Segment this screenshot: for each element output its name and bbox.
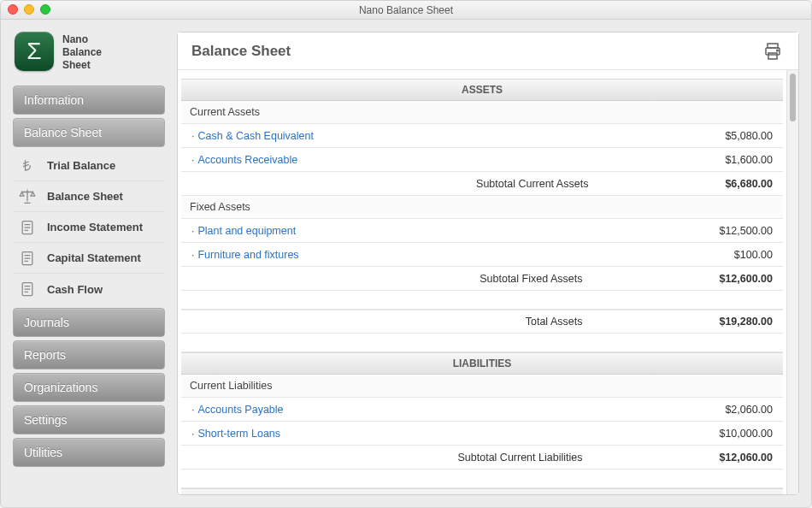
subtotal-row: Subtotal Current Liabilities $12,060.00: [181, 446, 783, 470]
app-brand: Σ Nano Balance Sheet: [13, 32, 165, 72]
subtotal-amount: $6,680.00: [725, 178, 773, 190]
nav-label: Journals: [24, 316, 69, 329]
page-title: Balance Sheet: [191, 43, 291, 60]
sidebar-item-income-statement[interactable]: Income Statement: [13, 212, 165, 243]
nav-label: Reports: [24, 348, 66, 362]
window-title: Nano Balance Sheet: [359, 4, 453, 16]
scale-icon: [16, 186, 38, 208]
line-item: · Plant and equipment $12,500.00: [181, 219, 783, 243]
amount: $10,000.00: [719, 428, 773, 440]
nav-information[interactable]: Information: [13, 86, 165, 115]
section-title: LIABILITIES: [453, 357, 512, 369]
nav-label: Balance Sheet: [24, 126, 102, 139]
section-title: CAPITAL (EQUITY): [437, 493, 528, 494]
nav-label: Organizations: [24, 381, 97, 394]
total-row: Total Assets $19,280.00: [181, 310, 783, 334]
amount: $5,080.00: [725, 130, 773, 142]
sidebar-item-trial-balance[interactable]: Trial Balance: [13, 151, 165, 181]
currency-tl-icon: [16, 155, 38, 177]
group-fixed-assets: Fixed Assets: [181, 196, 783, 219]
window-maximize-button[interactable]: [40, 4, 50, 15]
amount: $100.00: [734, 249, 773, 261]
sidebar-item-label: Balance Sheet: [47, 190, 123, 203]
amount: $1,600.00: [725, 154, 773, 166]
section-header-assets: ASSETS: [181, 79, 783, 101]
account-link[interactable]: Plant and equipment: [197, 225, 296, 237]
sidebar-item-cash-flow[interactable]: Cash Flow: [13, 274, 165, 304]
account-link[interactable]: Furniture and fixtures: [197, 249, 298, 261]
nav-journals[interactable]: Journals: [13, 308, 165, 337]
window-close-button[interactable]: [8, 4, 18, 15]
nav-label: Information: [24, 93, 84, 107]
amount: $2,060.00: [725, 404, 773, 416]
account-link[interactable]: Cash & Cash Equivalent: [197, 130, 314, 142]
line-item: · Short-term Loans $10,000.00: [181, 422, 783, 446]
subtotal-label: Subtotal Current Liabilities: [458, 452, 583, 464]
nav-utilities[interactable]: Utilities: [13, 438, 165, 467]
scrollbar-thumb[interactable]: [790, 74, 796, 121]
amount: $12,500.00: [719, 225, 773, 237]
nav-settings[interactable]: Settings: [13, 405, 165, 434]
main-panel: Balance Sheet ASSETS Current Assets: [177, 32, 799, 495]
print-button[interactable]: [761, 39, 785, 63]
subtotal-label: Subtotal Current Assets: [476, 178, 588, 190]
sidebar-item-label: Income Statement: [47, 221, 143, 233]
sidebar-item-label: Capital Statement: [47, 251, 141, 264]
printer-icon: [762, 41, 783, 62]
document-icon: [16, 278, 38, 300]
line-item: · Cash & Cash Equivalent $5,080.00: [181, 124, 783, 148]
subtotal-amount: $12,060.00: [719, 452, 773, 464]
spacer: [181, 470, 783, 488]
sidebar: Σ Nano Balance Sheet Information Balance…: [13, 32, 165, 495]
document-icon: [16, 216, 38, 239]
spacer: [181, 291, 783, 310]
window-minimize-button[interactable]: [24, 4, 34, 15]
total-label: Total Assets: [526, 316, 583, 328]
subtotal-row: Subtotal Fixed Assets $12,600.00: [181, 267, 783, 291]
total-amount: $19,280.00: [719, 316, 773, 328]
nav-label: Settings: [24, 413, 68, 427]
main-inner: Balance Sheet ASSETS Current Assets: [177, 32, 799, 495]
section-header-liabilities: LIABILITIES: [181, 352, 783, 375]
titlebar: Nano Balance Sheet: [1, 1, 811, 20]
document-icon: [16, 247, 38, 269]
account-link[interactable]: Accounts Payable: [197, 404, 283, 416]
account-link[interactable]: Accounts Receivable: [197, 154, 297, 166]
content-area: Σ Nano Balance Sheet Information Balance…: [1, 20, 811, 507]
line-item: · Accounts Payable $2,060.00: [181, 398, 783, 422]
group-current-assets: Current Assets: [181, 101, 783, 124]
app-brand-text: Nano Balance Sheet: [62, 32, 102, 72]
subtotal-row: Subtotal Current Assets $6,680.00: [181, 172, 783, 196]
scrollbar-track[interactable]: [786, 70, 798, 494]
account-link[interactable]: Short-term Loans: [197, 428, 280, 440]
nav-balance-sheet[interactable]: Balance Sheet: [13, 118, 165, 147]
section-header-capital: CAPITAL (EQUITY): [181, 488, 783, 494]
subtotal-label: Subtotal Fixed Assets: [480, 273, 582, 285]
nav-balance-sheet-submenu: Trial Balance Balance Sheet: [13, 151, 165, 304]
report-scroll-wrap: ASSETS Current Assets · Cash & Cash Equi…: [178, 70, 798, 494]
nav-reports[interactable]: Reports: [13, 340, 165, 369]
traffic-lights: [8, 4, 50, 15]
main-header: Balance Sheet: [178, 32, 798, 70]
subtotal-amount: $12,600.00: [719, 273, 773, 285]
report-body[interactable]: ASSETS Current Assets · Cash & Cash Equi…: [178, 70, 786, 494]
line-item: · Accounts Receivable $1,600.00: [181, 148, 783, 172]
sigma-glyph: Σ: [26, 38, 41, 65]
group-current-liabilities: Current Liabilities: [181, 375, 783, 398]
app-logo-icon: Σ: [15, 32, 54, 71]
sidebar-item-balance-sheet[interactable]: Balance Sheet: [13, 181, 165, 212]
section-title: ASSETS: [462, 84, 503, 96]
line-item: · Furniture and fixtures $100.00: [181, 243, 783, 267]
nav-label: Utilities: [24, 446, 62, 459]
app-window: Nano Balance Sheet Σ Nano Balance Sheet …: [0, 0, 812, 508]
nav-organizations[interactable]: Organizations: [13, 373, 165, 402]
svg-point-6: [777, 50, 779, 51]
spacer: [181, 334, 783, 352]
sidebar-item-label: Cash Flow: [47, 283, 103, 296]
sidebar-item-capital-statement[interactable]: Capital Statement: [13, 243, 165, 274]
svg-rect-5: [768, 53, 777, 59]
sidebar-item-label: Trial Balance: [47, 159, 115, 172]
